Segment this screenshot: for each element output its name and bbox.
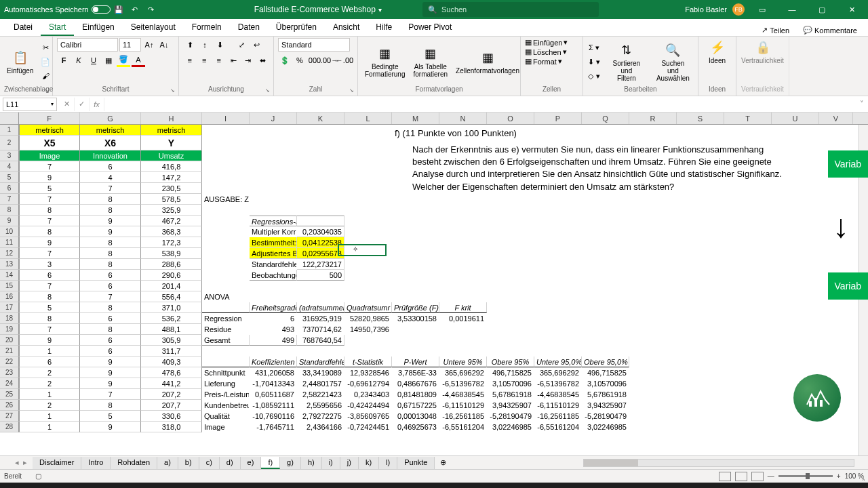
row-header[interactable]: 5 (0, 172, 19, 183)
cell[interactable] (677, 226, 724, 237)
cell[interactable] (724, 125, 772, 136)
cell[interactable] (629, 248, 677, 259)
cell[interactable] (724, 237, 772, 248)
bold-button[interactable]: F (57, 54, 71, 67)
cell[interactable] (439, 291, 487, 302)
cell[interactable] (629, 205, 677, 216)
cell[interactable] (819, 313, 853, 324)
column-header[interactable]: L (344, 113, 392, 124)
cell[interactable]: Untere 95,0% (534, 357, 582, 367)
row-header[interactable]: 17 (0, 302, 19, 313)
cell[interactable] (202, 172, 250, 183)
cell[interactable] (344, 237, 392, 248)
cell[interactable]: 0,04122538 (297, 237, 344, 248)
cell[interactable] (392, 259, 439, 270)
cell[interactable]: 2 (19, 378, 80, 389)
cell[interactable] (487, 237, 534, 248)
cell[interactable]: Image (19, 150, 80, 161)
cell[interactable] (724, 259, 772, 270)
ribbon-mode-icon[interactable]: ▭ (750, 0, 774, 19)
row-header[interactable]: 18 (0, 313, 19, 324)
maximize-button[interactable]: ▢ (810, 0, 834, 19)
cell[interactable] (297, 150, 344, 161)
cell[interactable] (819, 259, 853, 270)
dialog-launcher[interactable]: ↘ (265, 87, 272, 94)
cell[interactable] (487, 248, 534, 259)
cell[interactable]: Adjustiertes B (250, 248, 297, 259)
minimize-button[interactable]: ― (780, 0, 804, 19)
cell[interactable] (629, 357, 677, 367)
row-header[interactable]: 20 (0, 335, 19, 346)
row-header[interactable]: 6 (0, 183, 19, 194)
firefox-taskbar-icon[interactable]: 🦊 (157, 483, 182, 488)
cell[interactable] (582, 302, 629, 313)
cell[interactable] (439, 248, 487, 259)
cell[interactable] (724, 389, 772, 400)
cell[interactable] (819, 248, 853, 259)
cell[interactable] (677, 302, 724, 313)
cell[interactable]: 416,8 (141, 161, 202, 172)
cell[interactable]: Freiheitsgrade (250, 302, 297, 313)
user-avatar[interactable]: FB (732, 3, 745, 16)
cell[interactable] (677, 270, 724, 281)
task-view-icon[interactable]: ⊡ (54, 483, 79, 488)
cell[interactable] (724, 205, 772, 216)
cell[interactable]: 3,53300158 (392, 313, 439, 324)
cell[interactable] (677, 378, 724, 389)
cell[interactable]: 3,10570096 (487, 378, 534, 389)
autosave-toggle[interactable]: Automatisches Speichern (4, 5, 111, 14)
cell[interactable] (724, 302, 772, 313)
format-painter-icon[interactable]: 🖌 (39, 69, 52, 83)
cell[interactable]: -16,2561185 (534, 411, 582, 422)
copy-icon[interactable]: 📄 (39, 55, 52, 68)
spreadsheet-grid[interactable]: FGHIJKLMNOPQRSTUV 1metrischmetrischmetri… (0, 113, 868, 455)
cell[interactable]: -3,85609765 (344, 411, 392, 422)
cell[interactable] (250, 291, 297, 302)
ribbon-tab-daten[interactable]: Daten (230, 20, 268, 36)
row-header[interactable]: 3 (0, 150, 19, 161)
cell[interactable]: 6 (250, 313, 297, 324)
format-cells-button[interactable]: ▦ Format ▾ (525, 57, 578, 66)
cell[interactable] (202, 270, 250, 281)
cell[interactable] (724, 248, 772, 259)
decrease-decimal-icon[interactable]: ←.00 (338, 54, 351, 67)
cell[interactable] (677, 248, 724, 259)
row-header[interactable]: 25 (0, 389, 19, 400)
cell[interactable]: Regressions-Statistik (250, 216, 297, 226)
cell[interactable] (582, 259, 629, 270)
cell[interactable] (819, 422, 853, 432)
cell[interactable] (629, 281, 677, 291)
cell[interactable] (677, 411, 724, 422)
cell[interactable] (772, 248, 819, 259)
cell[interactable] (344, 248, 392, 259)
cell[interactable] (677, 259, 724, 270)
cell[interactable] (629, 411, 677, 422)
cell[interactable]: Multipler Korr (250, 226, 297, 237)
sheet-tab[interactable]: e) (241, 457, 262, 469)
zoom-out-button[interactable]: ― (768, 472, 774, 480)
cell[interactable] (534, 248, 582, 259)
cell[interactable] (344, 183, 392, 194)
word-taskbar-icon[interactable]: W (132, 483, 156, 488)
cell[interactable] (772, 226, 819, 237)
column-header[interactable]: R (629, 113, 677, 124)
cell[interactable] (724, 226, 772, 237)
cell[interactable] (297, 346, 344, 357)
cell[interactable] (439, 226, 487, 237)
cell[interactable] (582, 313, 629, 324)
cell[interactable] (772, 237, 819, 248)
merge-icon[interactable]: ⬌ (256, 54, 270, 67)
cell[interactable] (439, 205, 487, 216)
cell[interactable]: Koeffizienten (250, 357, 297, 367)
cell[interactable] (392, 270, 439, 281)
cell[interactable]: 365,696292 (534, 367, 582, 378)
cell[interactable] (487, 205, 534, 216)
cell[interactable]: 8 (19, 291, 80, 302)
cell[interactable] (392, 335, 439, 346)
column-header[interactable]: P (534, 113, 582, 124)
cell[interactable]: 2,44801757 (297, 378, 344, 389)
column-header[interactable]: N (439, 113, 487, 124)
cell[interactable]: 325,9 (141, 205, 202, 216)
cell[interactable]: 0,48667676 (392, 378, 439, 389)
cell[interactable]: 7 (19, 248, 80, 259)
